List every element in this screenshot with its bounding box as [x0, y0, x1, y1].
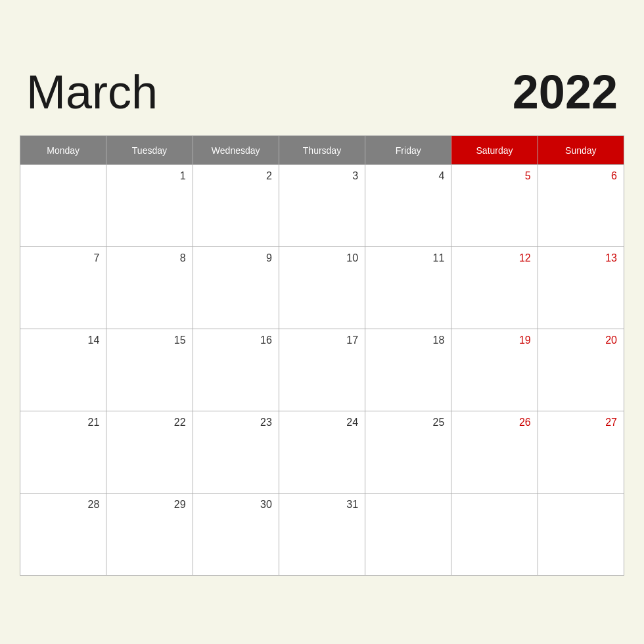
day-cell-30: 30: [193, 494, 279, 576]
day-cell-25: 25: [365, 411, 451, 494]
day-cell-6: 6: [538, 165, 624, 247]
header-wednesday: Wednesday: [193, 136, 279, 165]
day-cell-8: 8: [106, 247, 193, 329]
header-saturday: Saturday: [451, 136, 538, 165]
day-cell-31: 31: [279, 494, 365, 576]
day-cell-7: 7: [20, 247, 106, 329]
day-cell-empty-3: [451, 494, 538, 576]
header-row: Monday Tuesday Wednesday Thursday Friday…: [20, 136, 624, 165]
week-row-3: 14 15 16 17 18 19 20: [20, 329, 624, 411]
week-row-2: 7 8 9 10 11 12 13: [20, 247, 624, 329]
day-cell-27: 27: [538, 411, 624, 494]
month-title: March: [26, 68, 158, 116]
calendar-header: March 2022: [20, 68, 624, 116]
week-row-1: 1 2 3 4 5 6: [20, 165, 624, 247]
day-cell-15: 15: [106, 329, 193, 411]
day-cell-21: 21: [20, 411, 106, 494]
header-sunday: Sunday: [538, 136, 624, 165]
year-title: 2022: [513, 68, 618, 116]
day-cell-5: 5: [451, 165, 538, 247]
day-cell-18: 18: [365, 329, 451, 411]
week-row-4: 21 22 23 24 25 26 27: [20, 411, 624, 494]
header-friday: Friday: [365, 136, 451, 165]
day-cell-empty-4: [538, 494, 624, 576]
day-cell-empty-1: [20, 165, 106, 247]
day-cell-10: 10: [279, 247, 365, 329]
day-cell-16: 16: [193, 329, 279, 411]
day-cell-23: 23: [193, 411, 279, 494]
day-cell-26: 26: [451, 411, 538, 494]
day-cell-empty-2: [365, 494, 451, 576]
day-cell-24: 24: [279, 411, 365, 494]
day-cell-14: 14: [20, 329, 106, 411]
calendar-grid: Monday Tuesday Wednesday Thursday Friday…: [20, 135, 624, 576]
day-cell-28: 28: [20, 494, 106, 576]
day-cell-19: 19: [451, 329, 538, 411]
day-cell-17: 17: [279, 329, 365, 411]
header-monday: Monday: [20, 136, 106, 165]
day-cell-9: 9: [193, 247, 279, 329]
day-cell-12: 12: [451, 247, 538, 329]
week-row-5: 28 29 30 31: [20, 494, 624, 576]
header-tuesday: Tuesday: [106, 136, 193, 165]
day-cell-4: 4: [365, 165, 451, 247]
day-cell-29: 29: [106, 494, 193, 576]
day-cell-13: 13: [538, 247, 624, 329]
day-cell-2: 2: [193, 165, 279, 247]
day-cell-3: 3: [279, 165, 365, 247]
calendar-container: March 2022 Monday Tuesday Wednesday Thur…: [20, 55, 624, 589]
day-cell-11: 11: [365, 247, 451, 329]
day-cell-22: 22: [106, 411, 193, 494]
header-thursday: Thursday: [279, 136, 365, 165]
day-cell-20: 20: [538, 329, 624, 411]
day-cell-1: 1: [106, 165, 193, 247]
